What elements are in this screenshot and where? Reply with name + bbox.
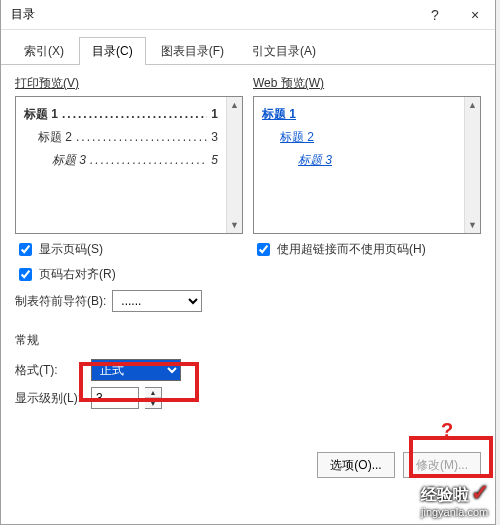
tab-leader-select[interactable]: ...... <box>112 290 202 312</box>
right-align-label: 页码右对齐(R) <box>39 266 116 283</box>
dialog-body: 打印预览(V) 标题 1 ...........................… <box>1 65 495 409</box>
show-page-numbers-label: 显示页码(S) <box>39 241 103 258</box>
general-section: 常规 格式(T): 正式 显示级别(L): ▲ ▼ <box>15 332 481 409</box>
show-page-numbers-input[interactable] <box>19 243 32 256</box>
web-entry[interactable]: 标题 3 <box>298 149 456 172</box>
scroll-down-icon[interactable]: ▼ <box>465 217 480 233</box>
show-page-numbers-check[interactable]: 显示页码(S) <box>15 240 243 259</box>
format-select[interactable]: 正式 <box>91 359 181 381</box>
use-hyperlinks-label: 使用超链接而不使用页码(H) <box>277 241 426 258</box>
tab-index[interactable]: 索引(X) <box>11 37 77 65</box>
use-hyperlinks-input[interactable] <box>257 243 270 256</box>
toc-dialog: 目录 ? × 索引(X) 目录(C) 图表目录(F) 引文目录(A) 打印预览(… <box>0 0 496 525</box>
right-align-check[interactable]: 页码右对齐(R) <box>15 265 243 284</box>
secondary-buttons: 选项(O)... 修改(M)... <box>317 452 481 478</box>
web-entry[interactable]: 标题 2 <box>280 126 456 149</box>
toc-text: 标题 1 <box>24 103 58 126</box>
use-hyperlinks-check[interactable]: 使用超链接而不使用页码(H) <box>253 240 481 259</box>
print-preview-box: 标题 1 .............................. 1 标题… <box>15 96 243 234</box>
tab-strip: 索引(X) 目录(C) 图表目录(F) 引文目录(A) <box>1 30 495 65</box>
close-button[interactable]: × <box>455 0 495 30</box>
dialog-title: 目录 <box>1 6 415 23</box>
leader-dots: ............................ <box>76 126 207 149</box>
levels-label: 显示级别(L): <box>15 390 85 407</box>
print-preview-vscroll[interactable]: ▲ ▼ <box>226 97 242 233</box>
scroll-track[interactable] <box>465 113 480 217</box>
tab-toc[interactable]: 目录(C) <box>79 37 146 65</box>
toc-entry: 标题 3 ........................ 5 <box>52 149 218 172</box>
previews-row: 打印预览(V) 标题 1 ...........................… <box>15 75 481 318</box>
tab-leader-label: 制表符前导符(B): <box>15 293 106 310</box>
leader-dots: .............................. <box>62 103 207 126</box>
leader-dots: ........................ <box>90 149 207 172</box>
check-icon: ✓ <box>471 480 489 505</box>
levels-row: 显示级别(L): ▲ ▼ <box>15 387 481 409</box>
scroll-down-icon[interactable]: ▼ <box>227 217 242 233</box>
watermark-text: 经验啦✓ jingyanla.com <box>421 480 489 518</box>
tab-figures[interactable]: 图表目录(F) <box>148 37 237 65</box>
tab-leader-row: 制表符前导符(B): ...... <box>15 290 243 312</box>
web-preview-content: 标题 1 标题 2 标题 3 <box>254 97 464 233</box>
print-preview-content: 标题 1 .............................. 1 标题… <box>16 97 226 233</box>
right-align-input[interactable] <box>19 268 32 281</box>
levels-input[interactable] <box>91 387 139 409</box>
toc-text: 标题 3 <box>52 149 86 172</box>
toc-text: 标题 2 <box>38 126 72 149</box>
title-bar: 目录 ? × <box>1 0 495 30</box>
annotation-question-mark: ? <box>441 419 453 442</box>
watermark-url: jingyanla.com <box>421 506 489 518</box>
toc-entry: 标题 1 .............................. 1 <box>24 103 218 126</box>
spin-up-icon[interactable]: ▲ <box>145 388 161 398</box>
toc-entry: 标题 2 ............................ 3 <box>38 126 218 149</box>
options-button[interactable]: 选项(O)... <box>317 452 395 478</box>
print-preview-label: 打印预览(V) <box>15 75 243 92</box>
scroll-track[interactable] <box>227 113 242 217</box>
levels-spinner[interactable]: ▲ ▼ <box>145 387 162 409</box>
print-preview-col: 打印预览(V) 标题 1 ...........................… <box>15 75 243 318</box>
web-preview-col: Web 预览(W) 标题 1 标题 2 标题 3 ▲ ▼ 使用超链接而 <box>253 75 481 318</box>
web-preview-vscroll[interactable]: ▲ ▼ <box>464 97 480 233</box>
toc-page: 1 <box>211 103 218 126</box>
web-preview-label: Web 预览(W) <box>253 75 481 92</box>
general-heading: 常规 <box>15 332 481 349</box>
modify-button: 修改(M)... <box>403 452 481 478</box>
web-entry[interactable]: 标题 1 <box>262 103 456 126</box>
scroll-up-icon[interactable]: ▲ <box>227 97 242 113</box>
tab-citations[interactable]: 引文目录(A) <box>239 37 329 65</box>
format-label: 格式(T): <box>15 362 85 379</box>
format-row: 格式(T): 正式 <box>15 359 481 381</box>
scroll-up-icon[interactable]: ▲ <box>465 97 480 113</box>
toc-page: 3 <box>211 126 218 149</box>
spin-down-icon[interactable]: ▼ <box>145 398 161 408</box>
help-button[interactable]: ? <box>415 0 455 30</box>
toc-page: 5 <box>211 149 218 172</box>
web-preview-box: 标题 1 标题 2 标题 3 ▲ ▼ <box>253 96 481 234</box>
